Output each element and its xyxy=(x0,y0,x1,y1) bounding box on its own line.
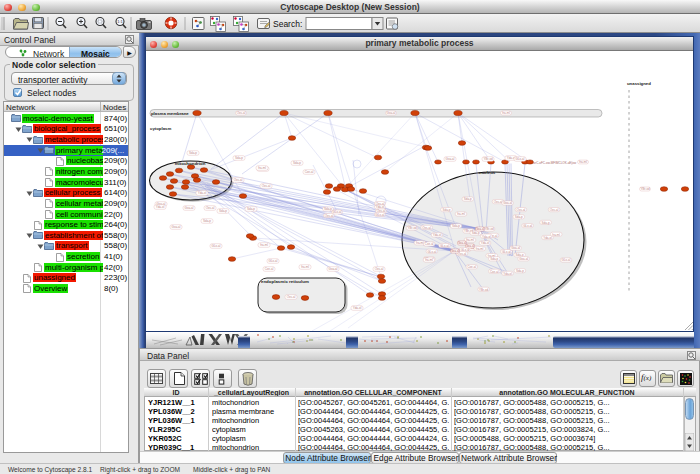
svg-text:Cxe-al: Cxe-al xyxy=(490,270,499,274)
svg-text:unassigned: unassigned xyxy=(627,81,651,86)
svg-text:Sda-p: Sda-p xyxy=(542,221,550,225)
svg-text:Sda-p: Sda-p xyxy=(515,215,523,219)
svg-text:Yda-ol: Yda-ol xyxy=(482,235,491,239)
svg-text:Gxa-al: Gxa-al xyxy=(519,257,528,261)
svg-text:Oxs-al: Oxs-al xyxy=(206,206,215,210)
svg-text:Sda-p: Sda-p xyxy=(203,219,211,223)
svg-text:Yda-ol: Yda-ol xyxy=(481,241,490,245)
svg-text:GLx-al: GLx-al xyxy=(212,244,221,248)
svg-text:plasma membrane: plasma membrane xyxy=(151,111,189,116)
svg-text:wrC-oFC-ow-MFIMCLOK-aE(ow: wrC-oFC-ow-MFIMCLOK-aE(ow xyxy=(533,161,577,165)
svg-text:fra-ml: fra-ml xyxy=(258,166,266,170)
svg-text:Gxa-al: Gxa-al xyxy=(387,111,396,115)
svg-text:YBr-xd: YBr-xd xyxy=(640,187,650,191)
svg-text:fra-ml: fra-ml xyxy=(416,241,424,245)
svg-text:Oxs-al: Oxs-al xyxy=(550,208,559,212)
svg-text:Oxs-al: Oxs-al xyxy=(287,295,296,299)
svg-text:Sda-p: Sda-p xyxy=(189,151,197,155)
svg-text:Gxa-al: Gxa-al xyxy=(511,246,520,250)
svg-text:Sda-p: Sda-p xyxy=(472,231,480,235)
svg-text:Yda-ol: Yda-ol xyxy=(503,272,512,276)
svg-text:Oxs-al: Oxs-al xyxy=(237,111,246,115)
svg-text:GLx-al: GLx-al xyxy=(269,259,278,263)
svg-text:fra-ml: fra-ml xyxy=(552,233,560,237)
svg-text:YBr-xd: YBr-xd xyxy=(483,157,493,161)
svg-text:fra-ml: fra-ml xyxy=(579,160,587,164)
svg-text:GLx-al: GLx-al xyxy=(516,157,525,161)
svg-text:mitochondrion: mitochondrion xyxy=(175,161,206,166)
svg-text:Sda-p: Sda-p xyxy=(442,208,450,212)
svg-text:Sda-p: Sda-p xyxy=(516,269,524,273)
svg-text:Oxs-al: Oxs-al xyxy=(517,208,526,212)
svg-text:Sda-p: Sda-p xyxy=(235,156,243,160)
svg-text:Yda-ol: Yda-ol xyxy=(433,233,442,237)
svg-text:Yda-ol: Yda-ol xyxy=(198,191,207,195)
svg-text:fra-ml: fra-ml xyxy=(260,243,268,247)
svg-text:cytoplasm: cytoplasm xyxy=(150,126,171,131)
svg-text:endoplasmic reticulum: endoplasmic reticulum xyxy=(261,279,309,284)
svg-text:fra-ml: fra-ml xyxy=(476,247,484,251)
svg-text:GLx-al: GLx-al xyxy=(562,258,571,262)
svg-text:Gxa-al: Gxa-al xyxy=(329,267,338,271)
svg-text:GLx-al: GLx-al xyxy=(376,213,385,217)
svg-text:Yda-ol: Yda-ol xyxy=(353,306,362,310)
svg-text:Cxe-al: Cxe-al xyxy=(425,242,434,246)
svg-text:Oxs-al: Oxs-al xyxy=(234,178,243,182)
svg-text:GLx-al: GLx-al xyxy=(427,250,436,254)
svg-text:fra-ml: fra-ml xyxy=(502,111,510,115)
svg-text:GLx-al: GLx-al xyxy=(502,250,511,254)
svg-text:Sda-p: Sda-p xyxy=(490,257,498,261)
svg-text:Gxa-al: Gxa-al xyxy=(476,227,485,231)
svg-text:fra-ml: fra-ml xyxy=(457,212,465,216)
svg-text:fra-ml: fra-ml xyxy=(425,258,433,262)
svg-text:Oxs-al: Oxs-al xyxy=(262,184,271,188)
svg-text:Sda-p: Sda-p xyxy=(219,209,227,213)
svg-text:Gxa-al: Gxa-al xyxy=(451,249,460,253)
svg-text:1:1: 1:1 xyxy=(117,19,123,24)
svg-text:Sda-p: Sda-p xyxy=(324,207,332,211)
svg-text:fra-ml: fra-ml xyxy=(301,265,309,269)
svg-text:Sda-p: Sda-p xyxy=(293,161,301,165)
svg-text:fra-ml: fra-ml xyxy=(466,238,474,242)
svg-text:Yda-ol: Yda-ol xyxy=(156,205,165,209)
svg-text:nucleus: nucleus xyxy=(479,170,496,175)
svg-text:Cxe-al: Cxe-al xyxy=(265,267,274,271)
svg-text:Cxe-al: Cxe-al xyxy=(467,265,476,269)
svg-text:Sda-p: Sda-p xyxy=(452,224,460,228)
svg-text:Oxs-al: Oxs-al xyxy=(494,200,503,204)
svg-text:Oxs-al: Oxs-al xyxy=(422,226,431,230)
svg-text:YBr-xd: YBr-xd xyxy=(407,226,417,230)
svg-text:Sda-p: Sda-p xyxy=(247,207,255,211)
svg-text:Gxa-al: Gxa-al xyxy=(185,206,194,210)
svg-text:Sda-p: Sda-p xyxy=(464,197,472,201)
svg-text:YBr-xd: YBr-xd xyxy=(479,288,489,292)
svg-text:GLx-al: GLx-al xyxy=(523,224,532,228)
svg-text:Gxa-al: Gxa-al xyxy=(172,225,181,229)
svg-text:Gxa-al: Gxa-al xyxy=(446,157,455,161)
svg-text:Gxa-al: Gxa-al xyxy=(466,244,475,248)
svg-text:Cxe-al: Cxe-al xyxy=(305,170,314,174)
svg-text:Oxs-al: Oxs-al xyxy=(325,214,334,218)
svg-text:Gxa-al: Gxa-al xyxy=(503,201,512,205)
svg-text:YBr-xd: YBr-xd xyxy=(484,227,494,231)
svg-text:Yda-ol: Yda-ol xyxy=(543,236,552,240)
svg-text:Search:: Search: xyxy=(273,19,302,29)
svg-text:GLx-al: GLx-al xyxy=(440,244,449,248)
svg-text:Gxa-al: Gxa-al xyxy=(458,241,467,245)
svg-text:Oxs-al: Oxs-al xyxy=(375,267,384,271)
